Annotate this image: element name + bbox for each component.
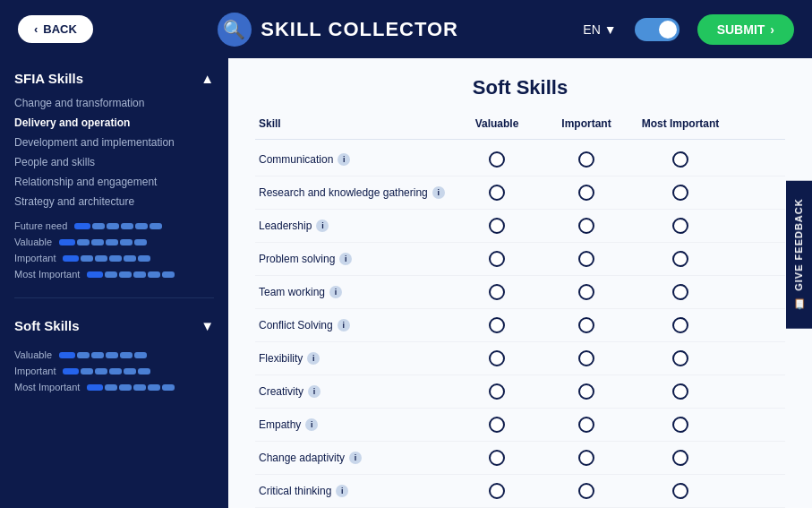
info-icon-3[interactable]: i [339, 253, 352, 265]
radio-btn-important-7[interactable] [578, 383, 594, 400]
radio-btn-most-6[interactable] [672, 350, 688, 366]
info-icon-1[interactable]: i [432, 186, 445, 199]
info-icon-10[interactable]: i [336, 485, 348, 497]
sfia-collapse-icon[interactable]: ▲ [201, 71, 214, 86]
sidebar-item-development[interactable]: Development and implementation [14, 133, 214, 152]
radio-important-5 [542, 317, 631, 333]
sidebar-item-people[interactable]: People and skills [14, 152, 214, 172]
radio-btn-most-2[interactable] [672, 218, 688, 234]
radio-btn-important-9[interactable] [578, 450, 594, 466]
sibar5 [124, 368, 136, 375]
radio-btn-valuable-4[interactable] [489, 284, 505, 300]
info-icon-8[interactable]: i [305, 418, 318, 431]
radio-btn-most-9[interactable] [672, 450, 688, 466]
header: ‹ BACK 🔍 SKILL COLLECTOR EN ▼ SUBMIT › [0, 0, 812, 58]
table-row: Conflict Solving i [255, 309, 785, 342]
feedback-tab[interactable]: 📋 GIVE FEEDBACK [786, 180, 812, 328]
radio-most-6 [631, 350, 730, 366]
skill-name-9: Change adaptivity i [255, 452, 452, 464]
skill-label-10: Critical thinking [259, 485, 331, 497]
sidebar-divider [14, 297, 214, 298]
radio-btn-most-1[interactable] [672, 185, 688, 201]
col-most-important: Most Important [631, 117, 730, 130]
radio-btn-valuable-2[interactable] [489, 218, 505, 234]
submit-button[interactable]: SUBMIT › [697, 14, 794, 45]
radio-btn-valuable-7[interactable] [489, 383, 505, 400]
legend-valuable: Valuable [14, 237, 214, 247]
radio-btn-most-8[interactable] [672, 417, 688, 433]
svbar4 [106, 352, 118, 358]
radio-btn-important-2[interactable] [578, 218, 594, 234]
radio-btn-most-5[interactable] [672, 317, 688, 333]
info-icon-4[interactable]: i [329, 286, 342, 298]
soft-collapse-icon[interactable]: ▼ [201, 318, 214, 333]
sidebar-item-change[interactable]: Change and transformation [14, 93, 214, 113]
vbar5 [120, 239, 132, 245]
radio-btn-valuable-5[interactable] [489, 317, 505, 333]
sidebar-item-relationship[interactable]: Relationship and engagement [14, 172, 214, 192]
radio-btn-important-5[interactable] [578, 317, 594, 333]
soft-legend: Valuable Important [0, 344, 228, 403]
sfia-legend: Future need Valuable [0, 215, 228, 290]
info-icon-0[interactable]: i [338, 153, 350, 166]
info-icon-6[interactable]: i [307, 352, 320, 365]
legend-valuable-bars [59, 239, 147, 245]
table-row: Research and knowledge gathering i [255, 177, 785, 210]
table-row: Empathy i [255, 409, 785, 442]
soft-valuable-bars [59, 352, 147, 358]
radio-btn-important-4[interactable] [578, 284, 594, 300]
sidebar-item-strategy[interactable]: Strategy and architecture [14, 192, 214, 211]
radio-btn-important-0[interactable] [578, 151, 594, 168]
radio-valuable-5 [452, 317, 542, 333]
radio-btn-important-3[interactable] [578, 251, 594, 267]
legend-future-need: Future need [14, 220, 214, 231]
bar4 [121, 223, 133, 229]
info-icon-9[interactable]: i [349, 452, 362, 464]
radio-btn-important-10[interactable] [578, 483, 594, 499]
sfia-title: SFIA Skills [14, 71, 83, 86]
radio-valuable-10 [452, 483, 542, 499]
radio-btn-important-6[interactable] [578, 350, 594, 366]
skill-name-0: Communication i [255, 153, 452, 166]
radio-important-6 [542, 350, 631, 366]
radio-btn-most-7[interactable] [672, 383, 688, 400]
radio-most-5 [631, 317, 730, 333]
table-row: Communication i [255, 143, 785, 177]
radio-btn-most-4[interactable] [672, 284, 688, 300]
info-icon-2[interactable]: i [316, 220, 329, 232]
radio-btn-valuable-1[interactable] [489, 185, 505, 201]
skill-label-4: Team working [259, 286, 325, 298]
radio-btn-valuable-6[interactable] [489, 350, 505, 366]
radio-btn-important-1[interactable] [578, 185, 594, 201]
radio-btn-valuable-10[interactable] [489, 483, 505, 499]
info-icon-7[interactable]: i [308, 385, 321, 398]
radio-valuable-8 [452, 417, 542, 433]
smbar5 [148, 384, 160, 391]
back-label: BACK [43, 22, 77, 36]
back-button[interactable]: ‹ BACK [18, 15, 93, 43]
sidebar-item-delivery[interactable]: Delivery and operation [14, 113, 214, 133]
info-icon-5[interactable]: i [338, 319, 350, 331]
ibar5 [124, 255, 136, 262]
soft-title: Soft Skills [14, 318, 80, 333]
smbar1 [87, 384, 103, 391]
language-selector[interactable]: EN ▼ [583, 22, 616, 37]
radio-btn-most-10[interactable] [672, 483, 688, 499]
radio-btn-valuable-3[interactable] [489, 251, 505, 267]
soft-important-bars [63, 368, 150, 375]
radio-btn-valuable-0[interactable] [489, 151, 505, 168]
skill-label-9: Change adaptivity [259, 452, 345, 464]
radio-btn-valuable-8[interactable] [489, 417, 505, 433]
feedback-label: GIVE FEEDBACK [794, 198, 805, 290]
radio-btn-valuable-9[interactable] [489, 450, 505, 466]
smbar6 [162, 384, 175, 391]
table-row: Team working i [255, 276, 785, 309]
radio-btn-important-8[interactable] [578, 417, 594, 433]
skill-name-7: Creativity i [255, 385, 452, 398]
vbar6 [134, 239, 147, 245]
main-layout: SFIA Skills ▲ Change and transformation … [0, 58, 812, 508]
radio-btn-most-3[interactable] [672, 251, 688, 267]
radio-btn-most-0[interactable] [672, 151, 688, 168]
toggle-switch[interactable] [635, 18, 680, 41]
legend-important-bars [63, 255, 150, 262]
